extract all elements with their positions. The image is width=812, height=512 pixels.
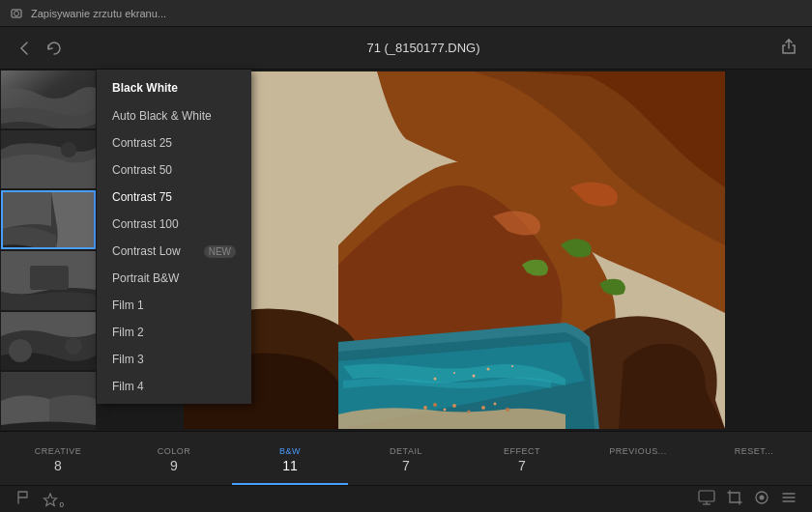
preset-label: Film 4 bbox=[112, 380, 144, 393]
tab-value: 11 bbox=[282, 458, 298, 473]
svg-rect-28 bbox=[699, 491, 714, 501]
svg-point-25 bbox=[434, 378, 437, 381]
toolbar-left: 0 bbox=[15, 490, 58, 508]
preset-label: Contrast 100 bbox=[112, 217, 179, 231]
tab-label: CREATIVE bbox=[35, 446, 81, 456]
title-bar-text: Zapisywanie zrzutu ekranu... bbox=[31, 8, 166, 19]
filmstrip-item[interactable] bbox=[1, 312, 96, 370]
toolbar-right bbox=[698, 490, 797, 508]
preset-contrast-low[interactable]: Contrast Low NEW bbox=[97, 238, 251, 265]
tab-value bbox=[636, 458, 640, 473]
filmstrip-item[interactable] bbox=[1, 130, 96, 188]
bottom-tabs: CREATIVE 8 COLOR 9 B&W 11 DETAIL 7 EFFEC… bbox=[0, 431, 812, 485]
filmstrip-item[interactable] bbox=[1, 190, 96, 249]
refresh-button[interactable] bbox=[43, 37, 66, 60]
tab-label: DETAIL bbox=[390, 446, 422, 456]
preset-portrait-bw[interactable]: Portrait B&W bbox=[97, 265, 251, 292]
tab-label: B&W bbox=[279, 446, 301, 456]
svg-point-32 bbox=[760, 496, 765, 500]
svg-marker-27 bbox=[44, 494, 57, 506]
preset-label: Contrast 75 bbox=[112, 190, 172, 204]
svg-point-19 bbox=[481, 406, 485, 410]
svg-point-17 bbox=[452, 404, 456, 408]
monitor-icon[interactable] bbox=[698, 490, 715, 508]
svg-rect-8 bbox=[30, 266, 69, 290]
tab-effect[interactable]: EFFECT 7 bbox=[464, 432, 580, 485]
tab-label: RESET... bbox=[735, 446, 774, 456]
tab-bw[interactable]: B&W 11 bbox=[232, 432, 348, 485]
bottom-toolbar: 0 bbox=[0, 485, 812, 512]
preset-label: Contrast 25 bbox=[112, 136, 172, 150]
back-button[interactable] bbox=[15, 37, 33, 60]
tab-previous[interactable]: PREVIOUS... bbox=[580, 432, 696, 485]
svg-point-20 bbox=[494, 403, 497, 406]
preset-label: Portrait B&W bbox=[112, 271, 179, 285]
svg-point-24 bbox=[453, 372, 455, 374]
top-bar-nav bbox=[15, 37, 66, 60]
flag-icon[interactable] bbox=[15, 490, 31, 508]
app-icon bbox=[10, 7, 23, 20]
svg-point-22 bbox=[473, 375, 476, 378]
filmstrip-item[interactable] bbox=[1, 372, 96, 430]
tab-reset[interactable]: RESET... bbox=[696, 432, 812, 485]
preset-label: Film 3 bbox=[112, 353, 144, 366]
filmstrip[interactable] bbox=[0, 70, 97, 431]
preset-auto-bw[interactable]: Auto Black & White bbox=[97, 102, 251, 129]
crop-icon[interactable] bbox=[727, 490, 742, 508]
photo-title: 71 (_8150177.DNG) bbox=[366, 41, 479, 55]
tab-color[interactable]: COLOR 9 bbox=[116, 432, 232, 485]
svg-point-10 bbox=[9, 339, 32, 362]
svg-point-15 bbox=[433, 403, 437, 407]
main-content: Black White Auto Black & White Contrast … bbox=[0, 70, 812, 431]
tab-value bbox=[752, 458, 756, 473]
svg-point-18 bbox=[468, 411, 471, 413]
tab-label: PREVIOUS... bbox=[609, 446, 667, 456]
svg-point-23 bbox=[487, 368, 490, 371]
tab-value: 7 bbox=[518, 458, 526, 473]
tab-value: 8 bbox=[54, 458, 62, 473]
preset-contrast-100[interactable]: Contrast 100 bbox=[97, 211, 251, 238]
preset-film-1[interactable]: Film 1 bbox=[97, 292, 251, 319]
photo-container bbox=[184, 71, 725, 429]
dropdown-header: Black White bbox=[97, 73, 251, 102]
filmstrip-item[interactable] bbox=[1, 251, 96, 309]
svg-point-5 bbox=[61, 142, 76, 157]
top-bar: 71 (_8150177.DNG) bbox=[0, 27, 812, 70]
preset-contrast-75[interactable]: Contrast 75 bbox=[97, 184, 251, 211]
svg-point-1 bbox=[14, 11, 19, 15]
share-button[interactable] bbox=[781, 39, 797, 58]
preset-film-2[interactable]: Film 2 bbox=[97, 319, 251, 346]
preset-label: Film 1 bbox=[112, 299, 144, 312]
menu-icon[interactable] bbox=[781, 490, 797, 508]
tab-value: 9 bbox=[170, 458, 178, 473]
star-icon[interactable]: 0 bbox=[43, 492, 58, 507]
preset-dropdown: Black White Auto Black & White Contrast … bbox=[97, 70, 251, 404]
svg-point-16 bbox=[444, 409, 447, 412]
svg-point-11 bbox=[65, 337, 82, 355]
tab-creative[interactable]: CREATIVE 8 bbox=[0, 432, 116, 485]
preset-film-3[interactable]: Film 3 bbox=[97, 346, 251, 373]
svg-point-14 bbox=[423, 406, 427, 410]
preset-label: Auto Black & White bbox=[112, 109, 212, 123]
svg-point-21 bbox=[506, 408, 509, 412]
tab-detail[interactable]: DETAIL 7 bbox=[348, 432, 464, 485]
svg-point-26 bbox=[511, 365, 513, 367]
preset-contrast-25[interactable]: Contrast 25 bbox=[97, 129, 251, 156]
star-badge: 0 bbox=[60, 500, 64, 509]
filmstrip-item[interactable] bbox=[1, 71, 96, 128]
preset-label: Film 2 bbox=[112, 326, 144, 339]
new-badge: NEW bbox=[204, 245, 236, 258]
tab-label: COLOR bbox=[158, 446, 191, 456]
preset-contrast-50[interactable]: Contrast 50 bbox=[97, 156, 251, 184]
preset-label: Contrast 50 bbox=[112, 163, 172, 177]
tab-label: EFFECT bbox=[504, 446, 540, 456]
tab-value: 7 bbox=[402, 458, 410, 473]
preset-film-4[interactable]: Film 4 bbox=[97, 373, 251, 400]
title-bar: Zapisywanie zrzutu ekranu... bbox=[0, 0, 812, 27]
preset-label: Contrast Low bbox=[112, 244, 181, 258]
adjust-icon[interactable] bbox=[754, 490, 769, 508]
